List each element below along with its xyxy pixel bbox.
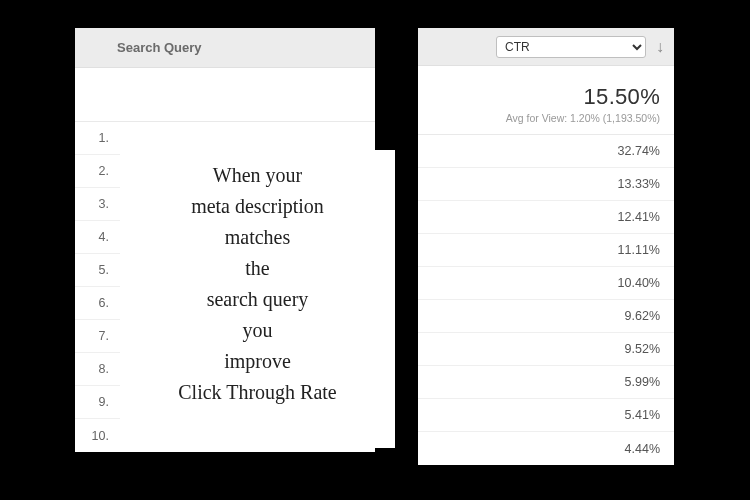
sort-descending-icon[interactable]: ↓ xyxy=(656,39,664,55)
ctr-value: 10.40% xyxy=(618,276,660,290)
row-number: 10. xyxy=(75,429,117,443)
ctr-value: 4.44% xyxy=(625,442,660,456)
ctr-summary-value: 15.50% xyxy=(428,84,660,110)
overlay-line: the xyxy=(126,253,389,284)
ctr-value: 32.74% xyxy=(618,144,660,158)
ctr-summary: 15.50% Avg for View: 1.20% (1,193.50%) xyxy=(418,66,674,135)
ctr-value: 9.62% xyxy=(625,309,660,323)
ctr-value: 13.33% xyxy=(618,177,660,191)
ctr-summary-sub: Avg for View: 1.20% (1,193.50%) xyxy=(428,112,660,124)
table-row[interactable]: 13.33% xyxy=(418,168,674,201)
overlay-line: search query xyxy=(126,284,389,315)
row-number: 8. xyxy=(75,362,117,376)
overlay-line: improve xyxy=(126,346,389,377)
ctr-header: CTR ↓ xyxy=(418,28,674,66)
table-row[interactable]: 9.52% xyxy=(418,333,674,366)
table-row[interactable]: 10.40% xyxy=(418,267,674,300)
table-row[interactable]: 11.11% xyxy=(418,234,674,267)
row-number: 7. xyxy=(75,329,117,343)
row-number: 2. xyxy=(75,164,117,178)
row-number: 3. xyxy=(75,197,117,211)
metric-select[interactable]: CTR xyxy=(496,36,646,58)
table-row[interactable]: 9.62% xyxy=(418,300,674,333)
table-row[interactable]: 12.41% xyxy=(418,201,674,234)
table-row[interactable]: 4.44% xyxy=(418,432,674,465)
ctr-value: 9.52% xyxy=(625,342,660,356)
search-query-subheader xyxy=(75,68,375,122)
overlay-line: matches xyxy=(126,222,389,253)
search-query-header: Search Query xyxy=(75,28,375,68)
table-row[interactable]: 5.99% xyxy=(418,366,674,399)
ctr-value: 5.99% xyxy=(625,375,660,389)
row-number: 5. xyxy=(75,263,117,277)
row-number: 1. xyxy=(75,131,117,145)
overlay-message: When your meta description matches the s… xyxy=(120,150,395,448)
table-row[interactable]: 5.41% xyxy=(418,399,674,432)
ctr-panel: CTR ↓ 15.50% Avg for View: 1.20% (1,193.… xyxy=(418,28,674,465)
ctr-value: 11.11% xyxy=(618,243,660,257)
table-row[interactable]: 32.74% xyxy=(418,135,674,168)
row-number: 9. xyxy=(75,395,117,409)
row-number: 4. xyxy=(75,230,117,244)
overlay-line: meta description xyxy=(126,191,389,222)
overlay-line: When your xyxy=(126,160,389,191)
overlay-line: Click Through Rate xyxy=(126,377,389,408)
row-number: 6. xyxy=(75,296,117,310)
ctr-rows: 32.74% 13.33% 12.41% 11.11% 10.40% 9.62%… xyxy=(418,135,674,465)
ctr-value: 12.41% xyxy=(618,210,660,224)
ctr-value: 5.41% xyxy=(625,408,660,422)
overlay-line: you xyxy=(126,315,389,346)
